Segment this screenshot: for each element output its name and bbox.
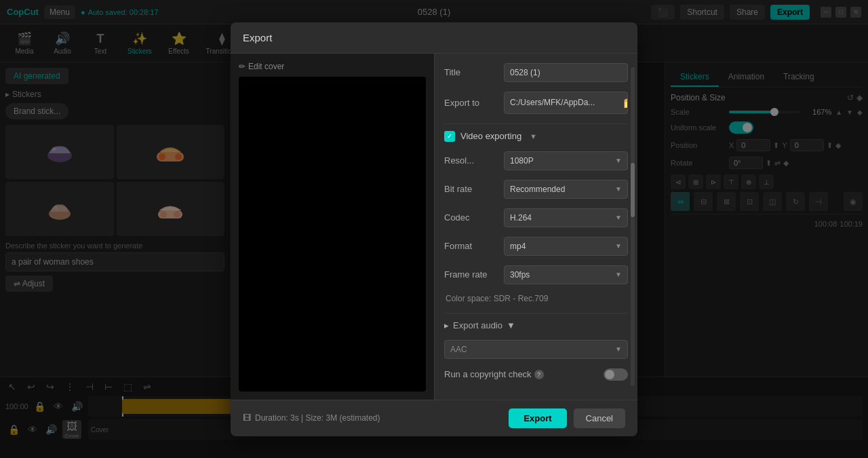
codec-arrow-icon: ▼ (615, 214, 622, 221)
codec-select[interactable]: H.264 ▼ (504, 208, 628, 227)
audio-select[interactable]: AAC ▼ (444, 340, 628, 359)
scrollbar-thumb (631, 163, 635, 217)
dialog-cancel-button[interactable]: Cancel (574, 408, 625, 428)
settings-scrollbar[interactable] (631, 67, 635, 386)
export-audio-expand-icon: ▼ (507, 320, 515, 330)
export-dialog: Export ✏ Edit cover Title Export to (231, 22, 637, 436)
title-field-label: Title (444, 67, 498, 77)
framerate-arrow-icon: ▼ (615, 271, 622, 278)
folder-icon[interactable]: 📁 (617, 92, 628, 113)
codec-row: Codec H.264 ▼ (444, 208, 628, 227)
export-to-label: Export to (444, 98, 498, 108)
footer-buttons: Export Cancel (509, 408, 625, 428)
edit-cover-icon: ✏ (239, 62, 245, 71)
divider-2 (444, 313, 628, 313)
edit-cover-label[interactable]: ✏ Edit cover (239, 62, 426, 71)
color-space-row: Color space: SDR - Rec.709 (444, 294, 628, 303)
title-row: Title (444, 63, 628, 82)
export-to-row: Export to 📁 (444, 92, 628, 114)
copyright-info-icon: ? (534, 370, 544, 379)
cover-preview-box (239, 77, 426, 392)
dialog-export-button[interactable]: Export (509, 408, 566, 428)
copyright-toggle[interactable] (604, 368, 628, 381)
export-audio-toggle[interactable]: ▸ Export audio ▼ (444, 320, 628, 330)
format-row: Format mp4 ▼ (444, 237, 628, 256)
copyright-row: Run a copyright check ? (444, 368, 628, 381)
video-checkbox[interactable]: ✓ (444, 131, 455, 142)
framerate-select[interactable]: 30fps ▼ (504, 265, 628, 284)
video-expand-icon[interactable]: ▼ (530, 132, 537, 140)
resolution-label: Resol... (444, 155, 498, 166)
codec-label: Codec (444, 212, 498, 223)
audio-arrow-icon: ▼ (615, 345, 622, 353)
export-path-field: 📁 (504, 92, 628, 114)
footer-info: 🎞 Duration: 3s | Size: 3M (estimated) (243, 413, 380, 423)
format-arrow-icon: ▼ (615, 242, 622, 250)
resolution-select[interactable]: 1080P ▼ (504, 151, 628, 170)
framerate-row: Frame rate 30fps ▼ (444, 265, 628, 284)
format-label: Format (444, 241, 498, 251)
dialog-preview: ✏ Edit cover (231, 54, 434, 400)
bitrate-arrow-icon: ▼ (615, 185, 622, 193)
dialog-overlay: Export ✏ Edit cover Title Export to (0, 0, 868, 458)
video-exporting-label: Video exporting (460, 131, 521, 141)
resolution-row: Resol... 1080P ▼ (444, 151, 628, 170)
resolution-arrow-icon: ▼ (615, 157, 622, 164)
copyright-label: Run a copyright check ? (444, 369, 544, 379)
dialog-body: ✏ Edit cover Title Export to 📁 (231, 54, 637, 400)
bitrate-select[interactable]: Recommended ▼ (504, 180, 628, 199)
video-exporting-row: ✓ Video exporting ▼ (444, 131, 628, 142)
divider-1 (444, 123, 628, 124)
format-select[interactable]: mp4 ▼ (504, 237, 628, 256)
bitrate-label: Bit rate (444, 184, 498, 194)
dialog-footer: 🎞 Duration: 3s | Size: 3M (estimated) Ex… (231, 400, 637, 436)
framerate-label: Frame rate (444, 269, 498, 280)
title-input[interactable] (504, 63, 628, 82)
dialog-title: Export (231, 22, 637, 54)
export-path-input[interactable] (505, 94, 617, 111)
export-audio-arrow: ▸ (444, 320, 449, 330)
film-icon: 🎞 (243, 413, 251, 423)
bitrate-row: Bit rate Recommended ▼ (444, 180, 628, 199)
dialog-settings: Title Export to 📁 ✓ Video exporting ▼ (434, 54, 637, 400)
